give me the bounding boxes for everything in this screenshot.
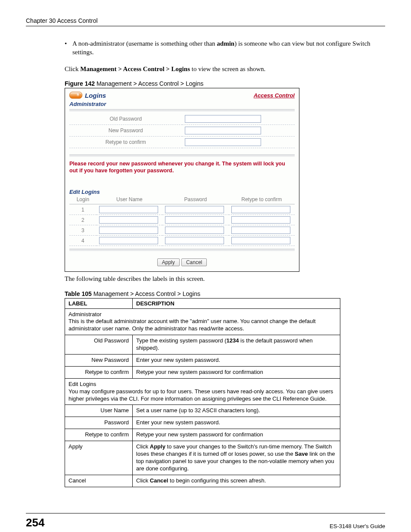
- text: A non-administrator (username is somethi…: [72, 40, 217, 47]
- guide-title: ES-3148 User's Guide: [330, 523, 385, 529]
- col-login: Login: [69, 195, 97, 204]
- password-input-2[interactable]: [165, 216, 224, 224]
- text-bold: Save: [295, 451, 308, 457]
- logo-icon: [69, 92, 82, 99]
- desc-cell: Enter your new system password.: [133, 417, 340, 429]
- section-row: Administrator This is the default admini…: [65, 308, 340, 335]
- nav-path: Management > Access Control > Logins: [80, 65, 190, 72]
- retype-input-2[interactable]: [231, 216, 290, 224]
- text: Click: [136, 443, 150, 450]
- text-bold: admin: [217, 40, 234, 47]
- label-cell: Retype to confirm: [65, 429, 133, 441]
- label-cell: Retype to confirm: [65, 366, 133, 378]
- username-input-1[interactable]: [99, 206, 158, 213]
- col-retype: Retype to confirm: [229, 195, 295, 204]
- label-retype: Retype to confirm: [69, 136, 182, 148]
- text-bold: 1234: [227, 337, 239, 344]
- warning-text: Please record your new password whenever…: [69, 160, 295, 174]
- row-num: 2: [69, 215, 97, 225]
- password-input-1[interactable]: [165, 206, 224, 213]
- text: Click: [136, 477, 150, 484]
- desc-cell: Type the existing system password (1234 …: [133, 335, 340, 355]
- panel-title: Logins: [85, 92, 106, 99]
- section-row: Edit Logins You may configure passwords …: [65, 378, 340, 405]
- description-table: LABEL DESCRIPTION Administrator This is …: [65, 298, 340, 487]
- page-footer: 254 ES-3148 User's Guide: [26, 513, 385, 529]
- text: This is the default administrator accoun…: [68, 318, 316, 332]
- divider: [69, 249, 295, 251]
- password-input-3[interactable]: [165, 227, 224, 234]
- desc-cell: Click Cancel to begin configuring this s…: [133, 475, 340, 487]
- divider: [69, 154, 295, 157]
- row-num: 3: [69, 225, 97, 236]
- text: to view the screen as shown.: [190, 65, 265, 72]
- retype-input-3[interactable]: [231, 227, 290, 234]
- desc-cell: Retype your new system password for conf…: [133, 429, 340, 441]
- paragraph: Click Management > Access Control > Logi…: [65, 65, 385, 73]
- table-number: Table 105: [65, 290, 92, 297]
- bullet-icon: •: [65, 39, 72, 57]
- label-cell: New Password: [65, 354, 133, 366]
- text-bold: Cancel: [150, 477, 168, 484]
- page-header: Chapter 30 Access Control: [26, 17, 385, 26]
- section-administrator: Administrator: [69, 101, 295, 107]
- label-cell: User Name: [65, 405, 133, 417]
- page-number: 254: [26, 516, 44, 529]
- section-edit-logins: Edit Logins: [69, 189, 295, 195]
- username-input-3[interactable]: [99, 227, 158, 234]
- screenshot-logins: Logins Access Control Administrator Old …: [65, 88, 299, 272]
- administrator-table: Old Password New Password Retype to conf…: [69, 113, 295, 148]
- desc-cell: Set a user name (up to 32 ASCII characte…: [133, 405, 340, 417]
- row-num: 4: [69, 236, 97, 246]
- text-bold: Apply: [150, 443, 165, 450]
- text: Edit Logins: [68, 381, 96, 387]
- cancel-button[interactable]: Cancel: [181, 258, 207, 266]
- label-new-password: New Password: [69, 124, 182, 136]
- figure-title: Management > Access Control > Logins: [95, 80, 203, 87]
- label-old-password: Old Password: [69, 113, 182, 125]
- text: You may configure passwords for up to fo…: [68, 388, 333, 402]
- paragraph: The following table describes the labels…: [65, 274, 385, 283]
- edit-logins-table: Login User Name Password Retype to confi…: [69, 195, 295, 246]
- table-caption: Table 105 Management > Access Control > …: [65, 290, 385, 297]
- new-password-input[interactable]: [185, 127, 261, 134]
- figure-number: Figure 142: [65, 80, 95, 87]
- desc-cell: Enter your new system password.: [133, 354, 340, 366]
- retype-input-1[interactable]: [231, 206, 290, 213]
- col-password: Password: [162, 195, 228, 204]
- figure-caption: Figure 142 Management > Access Control >…: [65, 80, 385, 87]
- row-num: 1: [69, 204, 97, 215]
- text: Click: [65, 65, 80, 72]
- bullet-item: • A non-administrator (username is somet…: [65, 39, 385, 57]
- username-input-4[interactable]: [99, 237, 158, 244]
- label-cell: Password: [65, 417, 133, 429]
- divider: [69, 109, 295, 112]
- apply-button[interactable]: Apply: [157, 258, 180, 266]
- table-title: Management > Access Control > Logins: [92, 290, 200, 297]
- chapter-label: Chapter 30 Access Control: [26, 17, 98, 24]
- username-input-2[interactable]: [99, 216, 158, 224]
- retype-input-4[interactable]: [231, 237, 290, 244]
- label-cell: Old Password: [65, 335, 133, 355]
- text: to begin configuring this screen afresh.: [168, 477, 266, 484]
- text: Administrator: [68, 311, 102, 317]
- label-cell: Cancel: [65, 475, 133, 487]
- label-cell: Apply: [65, 441, 133, 475]
- col-description: DESCRIPTION: [133, 298, 340, 308]
- col-label: LABEL: [65, 298, 133, 308]
- retype-input[interactable]: [185, 138, 261, 146]
- col-username: User Name: [97, 195, 162, 204]
- text: Type the existing system password (: [136, 337, 227, 344]
- access-control-link[interactable]: Access Control: [254, 92, 295, 99]
- desc-cell: Retype your new system password for conf…: [133, 366, 340, 378]
- desc-cell: Click Apply to save your changes to the …: [133, 441, 340, 475]
- password-input-4[interactable]: [165, 237, 224, 244]
- old-password-input[interactable]: [185, 115, 261, 123]
